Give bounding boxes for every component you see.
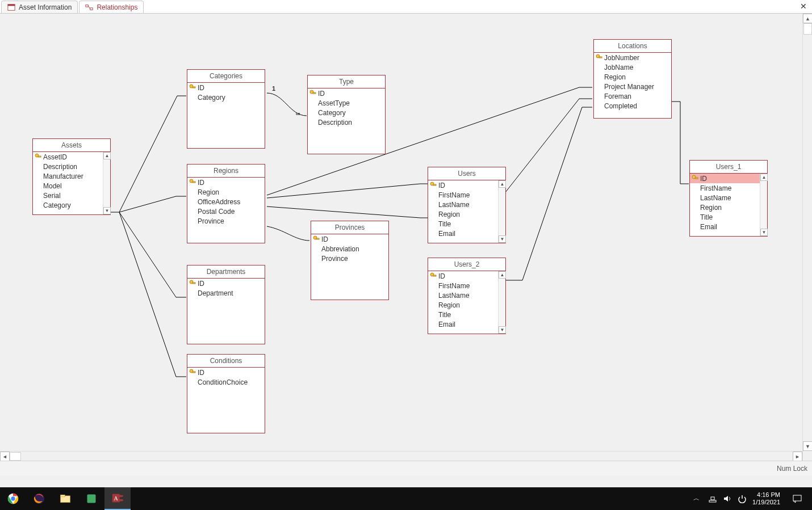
field-name: Completed (604, 102, 637, 110)
field-list-scrollbar[interactable]: ▲▼ (760, 174, 767, 236)
svg-point-36 (118, 495, 123, 498)
power-icon[interactable] (738, 494, 747, 503)
table-provinces[interactable]: Provinces ID Abbreviation Province (311, 221, 389, 300)
notifications-button[interactable] (786, 487, 809, 510)
svg-point-29 (11, 496, 15, 500)
primary-key-icon (430, 272, 437, 279)
svg-rect-13 (192, 182, 195, 183)
relationship-lines (0, 14, 802, 451)
field-name: LastName (438, 292, 470, 300)
primary-key-icon (430, 182, 437, 188)
svg-line-4 (89, 6, 91, 9)
primary-key-icon (189, 369, 196, 376)
table-title: Users_2 (428, 258, 505, 271)
field-name: Postal Code (198, 208, 235, 216)
table-title: Assets (33, 139, 110, 152)
field-name: JobNumber (604, 54, 639, 62)
field-name: ID (700, 175, 707, 183)
field-name: Foreman (604, 92, 631, 100)
svg-marker-40 (724, 496, 728, 501)
field-name: JobName (604, 64, 633, 71)
field-name: Title (438, 311, 451, 319)
primary-key-icon (189, 280, 196, 286)
table-locations[interactable]: Locations JobNumber JobName Region Proje… (593, 39, 672, 119)
tab-close-button[interactable]: ✕ (798, 1, 809, 11)
field-list-scrollbar[interactable]: ▲▼ (103, 152, 110, 214)
network-icon[interactable] (708, 494, 717, 503)
table-conditions[interactable]: Conditions ID ConditionChoice (187, 354, 265, 433)
svg-rect-23 (433, 275, 436, 276)
table-categories[interactable]: Categories ID Category (187, 69, 265, 149)
tab-asset-information[interactable]: Asset Information (1, 1, 78, 13)
field-name: Model (43, 182, 62, 190)
table-users-2[interactable]: Users_2 ID FirstName LastName Region Tit… (428, 258, 506, 334)
table-title: Locations (594, 40, 671, 53)
svg-rect-11 (313, 92, 316, 94)
windows-taskbar: A ︿ 4:16 PM 1/19/2021 (0, 487, 812, 510)
taskbar-app-generic[interactable] (78, 487, 104, 510)
field-name: Province (321, 255, 348, 263)
svg-rect-39 (711, 497, 714, 500)
field-name: ID (321, 235, 328, 243)
svg-rect-2 (86, 5, 88, 7)
field-name: Email (700, 223, 717, 231)
svg-rect-32 (61, 495, 65, 496)
table-title: Type (308, 75, 385, 88)
field-name: ID (198, 179, 204, 187)
table-users[interactable]: Users ID FirstName LastName Region Title… (428, 167, 506, 243)
svg-rect-21 (433, 184, 436, 186)
field-name: AssetType (318, 99, 350, 107)
clock-time: 4:16 PM (752, 491, 780, 499)
field-name: Department (198, 289, 233, 297)
field-name: Region (438, 301, 460, 309)
svg-rect-33 (87, 495, 96, 503)
table-assets[interactable]: Assets AssetID Description Manufacturer … (32, 138, 111, 215)
field-list-scrollbar[interactable]: ▲▼ (498, 271, 505, 334)
tray-chevron-icon[interactable]: ︿ (693, 494, 702, 503)
table-title: Users (428, 167, 505, 180)
table-type[interactable]: Type ID AssetType Category Description (307, 75, 386, 154)
taskbar-app-firefox[interactable] (26, 487, 52, 510)
field-name: FirstName (438, 191, 470, 199)
horizontal-scrollbar[interactable]: ◄ ► (0, 451, 802, 461)
table-departments[interactable]: Departments ID Department (187, 265, 265, 344)
field-list-scrollbar[interactable]: ▲▼ (498, 180, 505, 243)
svg-rect-17 (192, 372, 195, 373)
relationships-icon (85, 3, 93, 11)
field-name: Category (198, 94, 225, 102)
field-name: AssetID (43, 153, 67, 161)
svg-rect-1 (8, 4, 15, 6)
svg-point-37 (118, 499, 123, 501)
svg-rect-38 (709, 500, 716, 502)
field-name: Region (604, 73, 626, 81)
field-name: ID (198, 84, 204, 92)
taskbar-app-explorer[interactable] (52, 487, 78, 510)
field-name: Region (198, 188, 219, 196)
svg-rect-41 (793, 495, 801, 501)
svg-rect-3 (90, 7, 93, 10)
field-name: Description (318, 119, 352, 127)
primary-key-icon (189, 179, 196, 186)
table-title: Categories (187, 70, 265, 83)
taskbar-app-chrome[interactable] (0, 487, 26, 510)
taskbar-app-access[interactable]: A (104, 487, 131, 510)
system-tray: ︿ 4:16 PM 1/19/2021 (693, 487, 812, 510)
field-name: Project Manager (604, 83, 654, 91)
svg-rect-25 (599, 57, 602, 58)
tab-label: Asset Information (19, 3, 72, 11)
volume-icon[interactable] (723, 494, 732, 503)
svg-rect-7 (38, 156, 41, 157)
table-users-1[interactable]: Users_1 ID FirstName LastName Region Tit… (689, 160, 768, 237)
taskbar-clock[interactable]: 4:16 PM 1/19/2021 (752, 491, 780, 506)
field-name: ID (318, 90, 325, 98)
field-name: ID (198, 369, 204, 377)
relationships-canvas[interactable]: 1 ∞ Assets AssetID Description Manufactu… (0, 14, 812, 461)
tab-relationships[interactable]: Relationships (79, 1, 144, 13)
svg-rect-19 (316, 238, 319, 239)
field-name: FirstName (438, 282, 470, 290)
vertical-scrollbar[interactable]: ▲ ▼ (802, 14, 812, 461)
primary-key-icon (692, 175, 698, 182)
table-title: Departments (187, 265, 265, 279)
field-name: Description (43, 163, 77, 171)
table-regions[interactable]: Regions ID Region OfficeAddress Postal C… (187, 164, 265, 243)
